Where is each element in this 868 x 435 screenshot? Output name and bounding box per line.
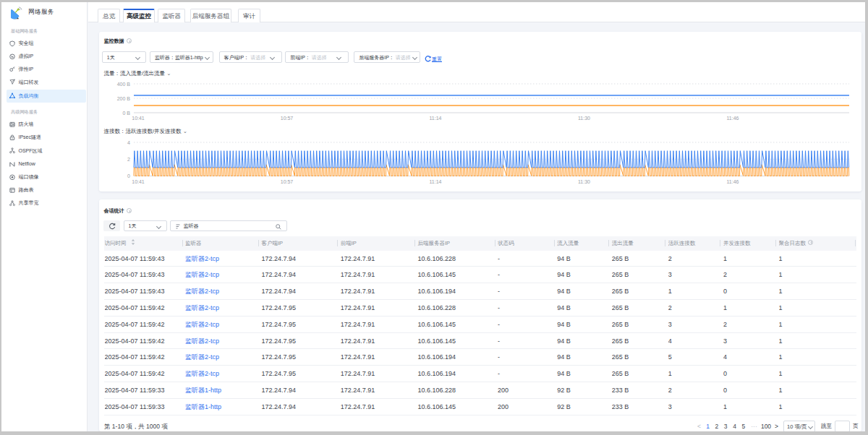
svg-text:10:57: 10:57 bbox=[281, 179, 294, 184]
svg-text:2: 2 bbox=[127, 157, 130, 162]
svg-text:200 B: 200 B bbox=[117, 96, 131, 101]
svg-text:10:57: 10:57 bbox=[281, 116, 294, 121]
svg-text:4: 4 bbox=[127, 140, 130, 145]
svg-text:400 B: 400 B bbox=[117, 82, 131, 87]
svg-text:11:30: 11:30 bbox=[578, 116, 590, 121]
svg-text:10:41: 10:41 bbox=[132, 116, 145, 121]
svg-text:11:46: 11:46 bbox=[727, 116, 739, 121]
svg-text:11:14: 11:14 bbox=[430, 179, 442, 184]
svg-text:0 B: 0 B bbox=[122, 111, 130, 116]
svg-text:10:41: 10:41 bbox=[132, 179, 145, 184]
svg-text:0: 0 bbox=[127, 173, 130, 178]
svg-text:11:46: 11:46 bbox=[727, 179, 739, 184]
svg-text:11:30: 11:30 bbox=[578, 179, 590, 184]
svg-text:11:14: 11:14 bbox=[430, 116, 442, 121]
